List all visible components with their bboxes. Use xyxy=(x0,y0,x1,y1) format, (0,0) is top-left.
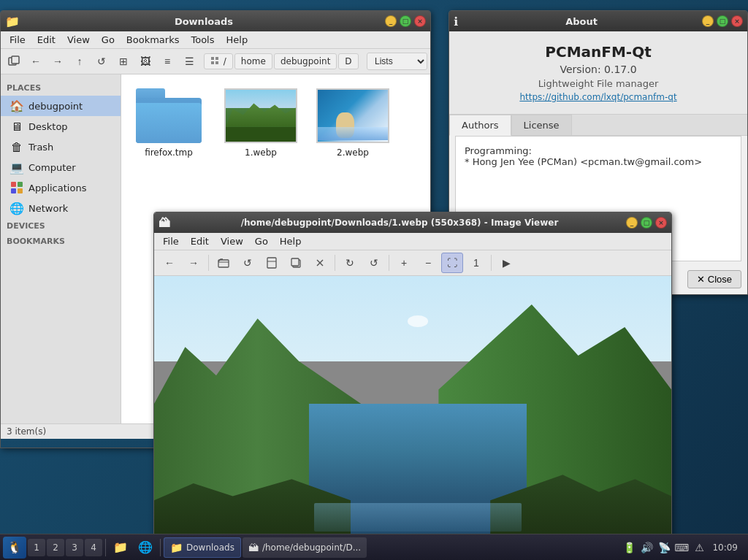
about-titlebar: ℹ About _ □ × xyxy=(449,11,747,31)
icon-view-btn[interactable]: ⊞ xyxy=(113,51,134,72)
tab-authors[interactable]: Authors xyxy=(449,115,511,136)
new-window-btn[interactable] xyxy=(4,51,24,72)
iv-cut-btn[interactable] xyxy=(309,253,331,273)
about-header: PCManFM-Qt Version: 0.17.0 Lightweight F… xyxy=(449,31,747,115)
iv-fullscreen-btn[interactable]: ⛶ xyxy=(441,253,463,273)
about-close-win-btn[interactable]: × xyxy=(731,15,743,27)
reload-btn[interactable]: ↺ xyxy=(91,51,112,72)
iv-zoom-out-btn[interactable]: − xyxy=(417,253,439,273)
thumbnail-view-btn[interactable]: 🖼 xyxy=(135,51,156,72)
list-view-btn[interactable]: ☰ xyxy=(179,51,199,72)
file-item-2webp[interactable]: 2.webp xyxy=(313,82,393,162)
sidebar-item-desktop[interactable]: 🖥 Desktop xyxy=(1,116,121,137)
svg-rect-9 xyxy=(18,188,23,193)
menu-help[interactable]: Help xyxy=(221,33,254,47)
iv-menu-view[interactable]: View xyxy=(215,234,249,248)
iv-prev-btn[interactable]: ← xyxy=(159,253,180,273)
breadcrumb-folder[interactable]: D xyxy=(338,53,358,69)
file-item-1webp[interactable]: 1.webp xyxy=(221,82,301,162)
forward-btn[interactable]: → xyxy=(47,51,68,72)
taskbar-imageviewer-icon: 🏔 xyxy=(248,542,259,553)
back-btn[interactable]: ← xyxy=(26,51,46,72)
filemanager-maximize-btn[interactable]: □ xyxy=(400,15,411,27)
about-minimize-btn[interactable]: _ xyxy=(702,15,714,27)
breadcrumb-user[interactable]: debugpoint xyxy=(274,53,337,69)
about-controls: _ □ × xyxy=(702,15,743,27)
about-close-button[interactable]: ✕ Close xyxy=(687,270,741,288)
start-button[interactable]: 🐧 xyxy=(3,537,26,559)
tray-network-icon[interactable]: 📡 xyxy=(657,540,671,555)
imageviewer-title: /home/debugpoint/Downloads/1.webp (550x3… xyxy=(173,218,626,228)
sidebar-item-computer[interactable]: 💻 Computer xyxy=(1,157,121,177)
filemanager-close-btn[interactable]: × xyxy=(414,15,426,27)
breadcrumb: / home debugpoint D xyxy=(204,53,359,70)
taskbar-downloads-btn[interactable]: 📁 Downloads xyxy=(164,537,241,558)
sidebar-item-network[interactable]: 🌐 Network xyxy=(1,198,121,218)
menu-view[interactable]: View xyxy=(61,33,96,47)
iv-open-btn[interactable] xyxy=(213,253,234,273)
about-description: Lightweight File manager xyxy=(461,78,736,89)
svg-rect-7 xyxy=(18,182,23,187)
tray-time: 10:09 xyxy=(709,541,741,554)
about-maximize-btn[interactable]: □ xyxy=(717,15,728,27)
sidebar-item-trash[interactable]: 🗑 Trash xyxy=(1,137,121,157)
filemanager-title: Downloads xyxy=(23,16,385,27)
view-selector[interactable]: Lists Icons Compact xyxy=(367,53,427,70)
tray-alert-icon[interactable]: ⚠ xyxy=(692,540,706,555)
iv-play-btn[interactable]: ▶ xyxy=(495,253,517,273)
about-link[interactable]: https://github.com/lxqt/pcmanfm-qt xyxy=(461,92,736,102)
imageviewer-titlebar-icon: 🏔 xyxy=(159,216,170,230)
workspace-2-btn[interactable]: 2 xyxy=(47,539,64,556)
taskbar-imageviewer-btn[interactable]: 🏔 /home/debugpoint/D... xyxy=(243,537,367,558)
menu-tools[interactable]: Tools xyxy=(185,33,220,47)
filemanager-sidebar: Places 🏠 debugpoint 🖥 Desktop 🗑 Trash 💻 … xyxy=(1,74,121,423)
iv-next-btn[interactable]: → xyxy=(183,253,205,273)
iv-menu-file[interactable]: File xyxy=(157,234,185,248)
taskbar-files-btn[interactable]: 📁 xyxy=(109,537,132,559)
detail-view-btn[interactable]: ≡ xyxy=(157,51,178,72)
about-titlebar-icon: ℹ xyxy=(454,15,458,28)
trash-icon: 🗑 xyxy=(9,139,24,154)
iv-menu-help[interactable]: Help xyxy=(274,234,308,248)
menu-go[interactable]: Go xyxy=(96,33,121,47)
iv-menu-edit[interactable]: Edit xyxy=(185,234,215,248)
tray-input-icon[interactable]: ⌨ xyxy=(674,540,689,555)
iv-zoom-1-btn[interactable]: 1 xyxy=(465,253,487,273)
svg-rect-11 xyxy=(267,258,276,268)
sidebar-item-home[interactable]: 🏠 debugpoint xyxy=(1,96,121,116)
iv-reload-btn[interactable]: ↺ xyxy=(237,253,259,273)
imageviewer-maximize-btn[interactable]: □ xyxy=(641,217,652,229)
taskbar-browser-btn[interactable]: 🌐 xyxy=(134,537,157,559)
menu-bookmarks[interactable]: Bookmarks xyxy=(121,33,186,47)
file-label-firefox: firefox.tmp xyxy=(145,147,193,158)
folder-icon-firefox xyxy=(132,86,205,145)
tray-volume-icon[interactable]: 🔊 xyxy=(639,540,654,555)
menu-file[interactable]: File xyxy=(4,33,31,47)
filemanager-minimize-btn[interactable]: _ xyxy=(385,15,397,27)
breadcrumb-home[interactable]: home xyxy=(234,53,272,69)
tray-battery-icon[interactable]: 🔋 xyxy=(622,540,636,555)
file-item-firefox[interactable]: firefox.tmp xyxy=(129,82,209,162)
taskbar-sep2 xyxy=(160,539,161,556)
iv-rotate-ccw-btn[interactable]: ↺ xyxy=(363,253,385,273)
breadcrumb-root[interactable]: / xyxy=(204,53,233,70)
tab-license[interactable]: License xyxy=(511,115,572,135)
file-count: 3 item(s) xyxy=(7,426,46,437)
workspace-3-btn[interactable]: 3 xyxy=(66,539,83,556)
imageviewer-close-btn[interactable]: × xyxy=(655,217,667,229)
iv-rotate-cw-btn[interactable]: ↻ xyxy=(339,253,361,273)
iv-menu-go[interactable]: Go xyxy=(249,234,274,248)
iv-copy-btn[interactable] xyxy=(285,253,307,273)
workspace-1-btn[interactable]: 1 xyxy=(28,539,45,556)
sidebar-item-applications[interactable]: Applications xyxy=(1,177,121,198)
iv-zoom-in-btn[interactable]: + xyxy=(393,253,415,273)
start-icon: 🐧 xyxy=(7,540,22,554)
taskbar: 🐧 1 2 3 4 📁 🌐 📁 Downloads 🏔 /home/debugp… xyxy=(0,534,748,560)
network-icon: 🌐 xyxy=(9,201,24,215)
imageviewer-image-area xyxy=(154,276,671,559)
up-btn[interactable]: ↑ xyxy=(69,51,90,72)
workspace-4-btn[interactable]: 4 xyxy=(85,539,102,556)
imageviewer-minimize-btn[interactable]: _ xyxy=(626,217,638,229)
iv-bookmark-btn[interactable] xyxy=(261,253,283,273)
menu-edit[interactable]: Edit xyxy=(31,33,61,47)
